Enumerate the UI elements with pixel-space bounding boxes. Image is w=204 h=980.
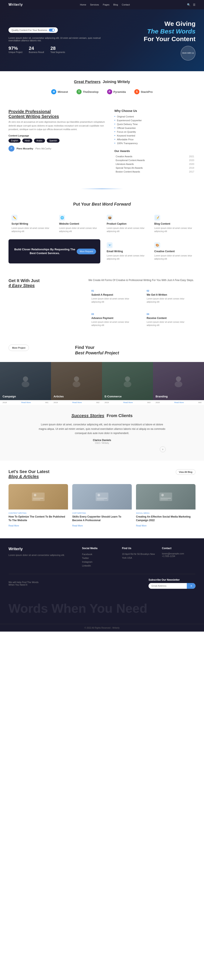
blog-read-0[interactable]: Read More — [8, 525, 19, 527]
blog-header: Let's See Our Latest Blog & Articles Vie… — [8, 469, 196, 479]
step-2-desc: Lorem ipsum dolor sit amet consec tetur … — [147, 297, 193, 304]
more-project-button[interactable]: More Project — [8, 345, 29, 351]
svg-point-17 — [161, 494, 164, 496]
lang-tag-english: English — [8, 138, 21, 143]
blog-thumb-2 — [93, 490, 111, 503]
svg-rect-15 — [97, 500, 104, 500]
svg-point-2 — [74, 376, 79, 382]
step-2: 02 We Get It Written Lorem ipsum dolor s… — [144, 286, 196, 307]
steps-right: We Create All Forms Of Creative & Profes… — [88, 278, 196, 330]
hero-right: We Giving The Best Words For Your Conten… — [102, 20, 196, 60]
ecommerce-bg — [102, 362, 153, 400]
award-name-3: Special Tempo Art Awards — [115, 166, 180, 170]
project-img-ecommerce[interactable]: E-Commerce — [102, 362, 153, 400]
blog-img-2 — [136, 484, 196, 509]
service-card-product: 📦 Product Caption Lorem ipsum dolor sit … — [104, 212, 148, 236]
newsletter-submit-button[interactable]: ➜ — [187, 583, 196, 589]
promo-banner: Build Closer Relationships By Requesting… — [8, 239, 100, 263]
step-4-desc: Lorem ipsum dolor sit amet consec tetur … — [147, 320, 193, 327]
blog-read-1[interactable]: Read More — [72, 525, 83, 527]
search-icon[interactable]: 🔍 — [187, 3, 190, 6]
nav-home[interactable]: Home — [80, 3, 86, 6]
project-img-campaign[interactable]: Campaign — [0, 362, 51, 400]
steps-desc: We Create All Forms Of Creative & Profes… — [88, 278, 196, 282]
partner-thedevelop: T TheDevelop — [77, 89, 99, 94]
hero-search-bar: Quality Content For Your Business — [8, 27, 58, 33]
svg-rect-14 — [97, 498, 107, 499]
footer-instagram[interactable]: Instagram — [82, 560, 116, 564]
testimonial-next-button[interactable]: › — [160, 446, 166, 452]
lang-tag-hindi: Hindi — [22, 138, 32, 143]
svg-rect-18 — [161, 498, 171, 499]
read-more-1[interactable]: Read More — [72, 401, 82, 404]
step-3-num: 03 — [92, 313, 137, 315]
read-more-3[interactable]: Read More — [174, 401, 184, 404]
newsletter-input-row: ➜ — [149, 583, 196, 589]
blog-read-2[interactable]: Read More — [136, 525, 146, 527]
why-item-5: Keyword Inserted — [114, 134, 196, 138]
hero-stat-3: 28 Total Segments — [50, 46, 65, 53]
footer-social: Social Media Facebook Twitter Instagram … — [82, 547, 116, 568]
footer-twitter[interactable]: Twitter — [82, 556, 116, 560]
awards-section: Our Awards Creattor Awards 2021 Exceptio… — [114, 150, 196, 174]
footer-facebook[interactable]: Facebook — [82, 552, 116, 556]
person-silhouette-4 — [172, 375, 185, 387]
partner-pyramida-icon: P — [107, 89, 112, 94]
hero-cta-circle[interactable]: Work With Us — [181, 46, 196, 60]
hero-stat-1: 97% Unique Project — [8, 46, 22, 53]
promo-button[interactable]: More Request — [77, 248, 96, 255]
footer-top: Writerly Lorem ipsum dolor sit amet cons… — [8, 547, 196, 568]
project-images: Campaign Articles E-Commerce Branding — [0, 362, 204, 400]
hero-heading: We Giving The Best Words For Your Conten… — [102, 20, 196, 43]
blog-body-2: Social Media Creating An Effective Socia… — [136, 509, 196, 530]
nav-contact[interactable]: Contact — [122, 3, 130, 6]
blog-grid: Content Writing How To Optimize The Cont… — [8, 484, 196, 530]
service-desc-script: Lorem ipsum dolor sit amet consec tetur … — [11, 227, 50, 233]
newsletter-area: Subscribe Our Newsletter ➜ — [149, 578, 196, 589]
why-item-7: 100% Transparency — [114, 142, 196, 145]
why-item-2: Quick Delivery Time — [114, 122, 196, 126]
footer-find-us-title: Find Us — [122, 547, 156, 550]
footer-tagline: We will Help Find The Words When You Nee… — [8, 581, 39, 586]
newsletter-email-input[interactable] — [149, 583, 187, 589]
lang-tag-spanish: Spanish — [47, 138, 59, 143]
testimonial-nav: › — [38, 446, 166, 452]
pp-heading: Find Your Best Powerful Project — [75, 345, 196, 356]
svg-point-1 — [22, 381, 29, 387]
svg-point-9 — [34, 494, 36, 496]
footer-linkedin[interactable]: LinkedIn — [82, 564, 116, 568]
content-lang-label: Content Language — [8, 134, 106, 137]
hero-stat-3-label: Total Segments — [50, 51, 65, 53]
project-img-articles[interactable]: Articles — [51, 362, 102, 400]
why-item-6: Affordable Price — [114, 138, 196, 142]
service-title-product: Product Caption — [107, 222, 145, 225]
nav-services[interactable]: Services — [90, 3, 99, 6]
menu-icon[interactable]: ☰ — [193, 3, 196, 6]
read-more-2[interactable]: Read More — [123, 401, 133, 404]
why-item-3: Official Guarantee — [114, 126, 196, 130]
footer-copyright: © 2022 All Rights Reserved - Writerly — [0, 624, 204, 632]
nav-pages[interactable]: Pages — [103, 3, 109, 6]
project-label-ecommerce: E-Commerce — [104, 395, 122, 398]
why-item-4: Focus on Quantity — [114, 130, 196, 134]
view-all-blog-button[interactable]: View All Blog — [176, 469, 196, 475]
easy-steps-section: Get It With Just 4 Easy Steps We Create … — [0, 270, 204, 338]
hero-section: Quality Content For Your Business Lorem … — [0, 10, 204, 71]
award-row-3: Special Tempo Art Awards 2019 — [115, 166, 195, 170]
step-1-desc: Lorem ipsum dolor sit amet consec tetur … — [92, 297, 137, 304]
hero-stat-1-label: Unique Project — [8, 51, 22, 53]
step-4: 04 Receive Content Lorem ipsum dolor sit… — [144, 310, 196, 330]
read-more-0[interactable]: Read More — [21, 401, 31, 404]
service-title-blog: Blog Content — [154, 222, 193, 225]
prof-heading: Provide Professional Content Writing Ser… — [8, 109, 106, 119]
nav-blog[interactable]: Blog — [113, 3, 118, 6]
nav-logo[interactable]: Writerly — [8, 3, 23, 6]
pp-left: More Project — [8, 345, 69, 351]
step-4-num: 04 — [147, 313, 193, 315]
award-row-0: Creattor Awards 2021 — [115, 155, 195, 158]
nav-right: 🔍 ☰ — [187, 3, 196, 6]
awards-title: Our Awards — [114, 150, 196, 153]
hero-toggle[interactable] — [49, 29, 55, 32]
lang-tag-arabic: Arabic — [34, 138, 45, 143]
project-img-branding[interactable]: Branding — [153, 362, 204, 400]
